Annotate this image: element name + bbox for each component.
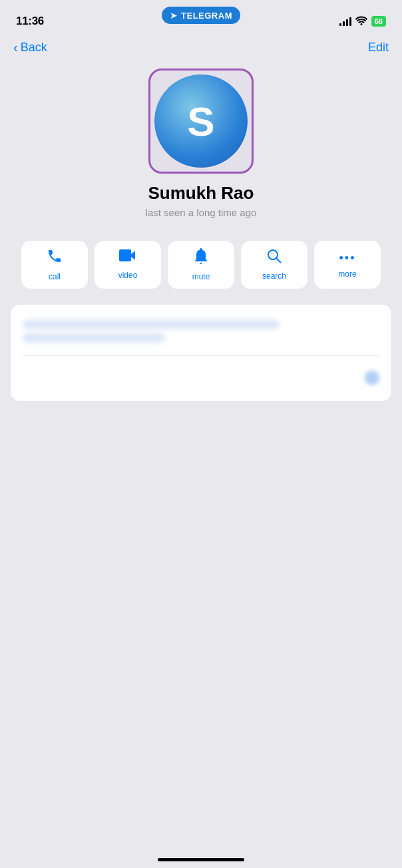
phone-sub-blur <box>23 334 165 342</box>
back-button[interactable]: ‹ Back <box>13 40 47 55</box>
wifi-icon <box>355 16 367 27</box>
nav-bar: ‹ Back Edit <box>0 33 402 62</box>
phone-blur <box>23 321 280 329</box>
info-row-phone <box>23 315 379 356</box>
avatar-initial: S <box>187 98 214 145</box>
search-icon <box>267 249 282 267</box>
profile-section: S Sumukh Rao last seen a long time ago <box>0 62 402 231</box>
video-icon <box>119 249 136 267</box>
info-row-username <box>23 360 379 390</box>
search-label: search <box>262 271 286 281</box>
contact-status: last seen a long time ago <box>146 207 257 218</box>
contact-name: Sumukh Rao <box>148 183 254 204</box>
video-button[interactable]: video <box>95 241 161 289</box>
back-label: Back <box>21 41 47 55</box>
back-chevron-icon: ‹ <box>13 40 18 55</box>
signal-icon <box>339 17 351 26</box>
mute-button[interactable]: mute <box>168 241 234 289</box>
call-button[interactable]: call <box>21 241 88 289</box>
search-button[interactable]: search <box>241 241 307 289</box>
more-button[interactable]: ••• more <box>314 241 381 289</box>
battery-icon: 68 <box>371 16 386 27</box>
call-icon <box>47 248 63 268</box>
home-indicator <box>158 858 244 861</box>
edit-button[interactable]: Edit <box>368 41 389 55</box>
telegram-icon: ➤ <box>170 10 178 21</box>
status-bar: 11:36 ➤ TELEGRAM 68 <box>0 0 402 33</box>
mute-label: mute <box>192 272 210 281</box>
info-card <box>11 305 391 401</box>
more-label: more <box>338 269 356 279</box>
video-label: video <box>118 271 138 280</box>
status-time: 11:36 <box>16 15 44 28</box>
bell-icon <box>194 248 208 268</box>
app-badge: ➤ TELEGRAM <box>162 7 240 24</box>
avatar[interactable]: S <box>154 74 248 168</box>
svg-point-0 <box>268 250 278 259</box>
call-label: call <box>49 272 61 281</box>
telegram-badge-text: TELEGRAM <box>181 11 232 21</box>
more-icon: ••• <box>339 251 356 265</box>
svg-line-1 <box>276 258 281 263</box>
action-buttons: call video mute search ••• more <box>11 231 391 298</box>
status-icons: 68 <box>339 16 386 27</box>
telegram-badge: ➤ TELEGRAM <box>162 7 240 24</box>
info-dot <box>365 370 379 385</box>
avatar-border: S <box>148 69 254 174</box>
avatar-container: S <box>148 69 254 174</box>
